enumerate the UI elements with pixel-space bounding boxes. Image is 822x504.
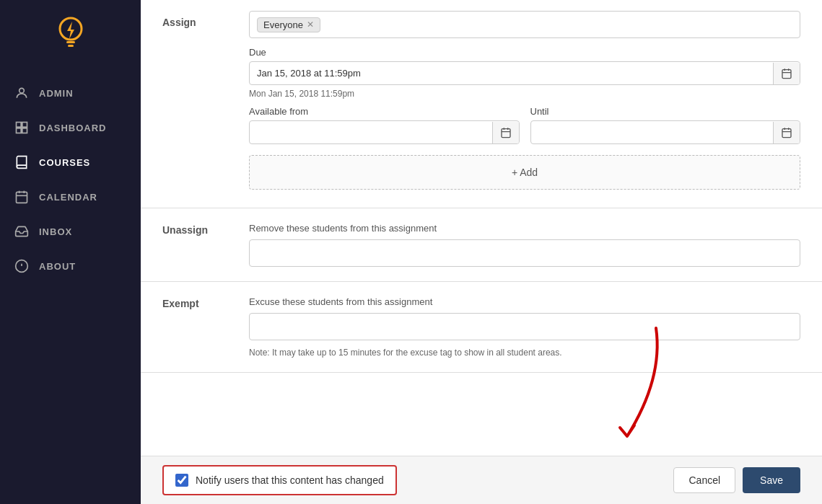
- admin-icon: [14, 86, 29, 100]
- unassign-content: Remove these students from this assignme…: [249, 223, 800, 267]
- footer-actions: Cancel Save: [673, 467, 800, 493]
- about-icon: [14, 259, 29, 273]
- available-from-input[interactable]: [250, 121, 492, 143]
- svg-rect-1: [66, 41, 75, 43]
- unassign-section: Unassign Remove these students from this…: [141, 208, 822, 282]
- form-area: Assign Everyone ✕ Due: [141, 0, 822, 504]
- everyone-tag-label: Everyone: [263, 19, 303, 30]
- calendar-icon: [14, 190, 29, 204]
- svg-rect-23: [782, 128, 791, 137]
- available-row: Available from Until: [249, 106, 800, 148]
- available-from-label: Available from: [249, 106, 520, 117]
- until-calendar-button[interactable]: [773, 122, 800, 143]
- exempt-input[interactable]: [249, 313, 800, 340]
- logo: [0, 0, 141, 68]
- footer-bar: Notify users that this content has chang…: [141, 456, 822, 504]
- svg-rect-15: [782, 69, 791, 78]
- assign-to-box[interactable]: Everyone ✕: [249, 11, 800, 38]
- until-col: Until: [530, 106, 801, 148]
- available-from-wrap: [249, 120, 520, 144]
- svg-rect-19: [502, 128, 510, 137]
- exempt-note: Note: It may take up to 15 minutes for t…: [249, 348, 800, 358]
- svg-rect-8: [17, 192, 27, 203]
- svg-point-3: [19, 88, 25, 93]
- svg-rect-6: [17, 128, 22, 133]
- main-content: Assign Everyone ✕ Due: [141, 0, 822, 504]
- svg-rect-7: [22, 128, 27, 133]
- sidebar-item-courses[interactable]: COURSES: [0, 145, 141, 180]
- exempt-content: Excuse these students from this assignme…: [249, 296, 800, 358]
- inbox-icon: [14, 224, 29, 239]
- notify-label: Notify users that this content has chang…: [196, 474, 384, 486]
- available-from-calendar-button[interactable]: [492, 122, 519, 143]
- logo-icon: [53, 14, 89, 58]
- logo-svg: [53, 14, 89, 54]
- assign-label: Assign: [162, 11, 220, 28]
- svg-rect-4: [17, 123, 22, 128]
- sidebar-item-inbox[interactable]: INBOX: [0, 214, 141, 249]
- sidebar: ADMIN DASHBOARD COURSES CALENDAR: [0, 0, 141, 504]
- svg-rect-5: [22, 123, 27, 128]
- everyone-tag-remove[interactable]: ✕: [307, 20, 314, 29]
- everyone-tag: Everyone ✕: [257, 17, 320, 32]
- save-button[interactable]: Save: [743, 467, 800, 493]
- available-from-col: Available from: [249, 106, 520, 148]
- unassign-label: Unassign: [162, 223, 220, 236]
- due-calendar-button[interactable]: [773, 63, 800, 84]
- notify-box: Notify users that this content has chang…: [162, 465, 397, 495]
- due-date-wrap: [249, 61, 800, 85]
- until-input[interactable]: [531, 121, 774, 143]
- calendar-icon-until: [781, 127, 792, 138]
- add-assign-button[interactable]: + Add: [249, 155, 800, 190]
- courses-icon: [14, 155, 29, 169]
- assign-content: Everyone ✕ Due Mon Ja: [249, 11, 800, 197]
- until-label: Until: [530, 106, 801, 117]
- until-wrap: [530, 120, 801, 144]
- calendar-icon-from: [500, 127, 512, 138]
- dashboard-icon: [14, 120, 29, 135]
- exempt-section: Exempt Excuse these students from this a…: [141, 282, 822, 373]
- unassign-desc: Remove these students from this assignme…: [249, 223, 800, 234]
- sidebar-item-dashboard[interactable]: DASHBOARD: [0, 110, 141, 145]
- calendar-icon-due: [781, 68, 792, 79]
- due-date-input[interactable]: [250, 62, 773, 84]
- sidebar-item-about[interactable]: ABOUT: [0, 249, 141, 283]
- due-date-hint: Mon Jan 15, 2018 11:59pm: [249, 89, 800, 99]
- sidebar-nav: ADMIN DASHBOARD COURSES CALENDAR: [0, 76, 141, 283]
- exempt-desc: Excuse these students from this assignme…: [249, 296, 800, 307]
- unassign-input[interactable]: [249, 239, 800, 267]
- cancel-button[interactable]: Cancel: [673, 467, 735, 493]
- notify-checkbox[interactable]: [175, 474, 188, 487]
- due-label: Due: [249, 47, 800, 58]
- assign-section: Assign Everyone ✕ Due: [141, 0, 822, 208]
- sidebar-item-admin[interactable]: ADMIN: [0, 76, 141, 110]
- sidebar-item-calendar[interactable]: CALENDAR: [0, 180, 141, 214]
- exempt-label: Exempt: [162, 296, 220, 309]
- svg-rect-2: [68, 45, 74, 47]
